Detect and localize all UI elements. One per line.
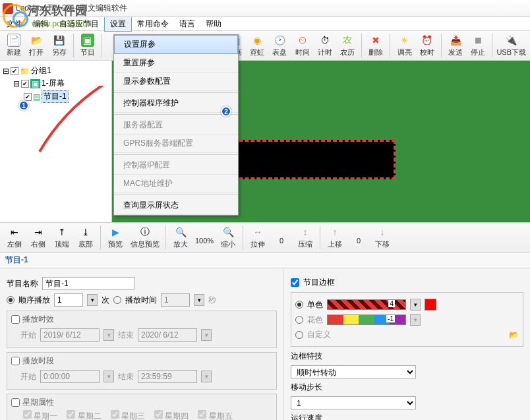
input-seq-count[interactable] [54,293,83,307]
lbl-sec: 秒 [208,295,216,306]
swatch-single[interactable] [327,299,406,310]
menu-bar: 文件 编辑 自适应节目 设置 常用命令 语言 帮助 [0,17,530,30]
lt-top[interactable]: ⤒顶端 [51,225,73,249]
mi-gprs-cfg[interactable]: GPRS服务器端配置 [114,135,238,153]
lt-compress[interactable]: ↕压缩 [295,225,316,249]
tb-proof[interactable]: ⏰校时 [417,34,437,57]
tree-group[interactable]: ⊟✔📁分组1 [3,65,109,77]
tree-panel: ⊟✔📁分组1 ⊟✔▣1-屏幕 ✔▤节目-1 1 [0,61,112,222]
tb-program[interactable]: ▣节目 [78,34,98,57]
color-picker[interactable] [425,299,436,311]
mi-query-status[interactable]: 查询显示屏状态 [114,196,238,215]
annotation-badge-2: 2 [221,106,231,117]
lt-up[interactable]: ↑上移 [324,225,345,249]
chk-border[interactable] [291,278,299,287]
lt-right[interactable]: ⇥右侧 [28,225,49,249]
tb-delete[interactable]: ✖删除 [366,34,386,57]
mi-show-param[interactable]: 显示参数配置 [114,73,238,91]
tree-screen[interactable]: ⊟✔▣1-屏幕 [3,77,109,90]
tb-stop[interactable]: ⏹停止 [468,34,488,57]
chk-play-period[interactable] [11,357,20,365]
section-title: 节目-1 [0,253,530,268]
settings-dropdown: 设置屏参 重置屏参 显示参数配置 控制器程序维护 服务器配置 GPRS服务器端配… [113,34,239,216]
input-time-start [40,370,100,383]
radio-seq-play[interactable] [7,296,15,304]
tree-program[interactable]: ✔▤节目-1 [3,90,109,104]
mi-mac-cfg[interactable]: MAC地址维护 [114,175,238,193]
tb-bright[interactable]: ☀调亮 [394,34,414,57]
properties-panel: 节目名称 顺序播放 ▾ 次 播放时间 ▾ 秒 播放时效 开始 ▾ 结束 ▾ 播放… [0,268,530,420]
radio-flower[interactable] [295,316,303,324]
mi-reset-screen[interactable]: 重置屏参 [114,54,238,73]
app-icon [3,3,13,14]
radio-custom[interactable] [295,331,303,339]
lt-pct: 100% [194,230,215,245]
lt-stretch[interactable]: ↔拉伸 [247,225,268,249]
tb-lunar[interactable]: 农农历 [338,34,357,57]
input-program-name[interactable] [42,277,134,290]
input-date-end [138,328,197,342]
tb-timer[interactable]: ⏱计时 [315,34,335,57]
lbl-program-name: 节目名称 [7,278,38,289]
tb-open[interactable]: 📂打开 [26,34,46,57]
main-toolbar: 📄新建 📂打开 💾另存 ▣节目 🎬动画 ◉霓虹 🕐表盘 ⏲时间 ⏱计时 农农历 … [0,30,530,61]
lbl-step: 移动步长 [291,382,322,393]
mi-set-screen[interactable]: 设置屏参 [114,35,238,54]
chk-week-attr[interactable] [11,398,20,407]
menu-settings[interactable]: 设置 [104,16,132,32]
lbl-play-time: 播放时间 [125,295,157,306]
lt-zero2: 0 [348,230,369,245]
menu-cmd[interactable]: 常用命令 [132,17,174,31]
select-step[interactable]: 1 [291,396,416,409]
lt-left[interactable]: ⇤左侧 [4,225,25,249]
tb-new[interactable]: 📄新建 [4,34,24,57]
menu-edit[interactable]: 编辑 [28,17,54,31]
radio-play-time[interactable] [113,296,121,304]
lbl-border: 节目边框 [303,277,335,288]
swatch-flower[interactable] [327,315,406,325]
tb-save[interactable]: 💾另存 [49,34,69,57]
menu-lang[interactable]: 语言 [174,17,200,31]
group-week-attr: 星期属性 星期一 星期二 星期三 星期四 星期五 星期六 星期日 [7,394,277,420]
lbl-speed: 运行速度 [291,413,322,420]
tb-send[interactable]: 📤发送 [446,34,465,57]
input-date-start [40,328,100,342]
lt-preview[interactable]: ▶预览 [105,225,126,249]
radio-single[interactable] [295,301,303,309]
mi-ip-cfg[interactable]: 控制器IP配置 [114,156,238,175]
open-file-icon[interactable]: 📂 [509,330,519,340]
chk-play-effect[interactable] [11,315,20,324]
mi-server-cfg[interactable]: 服务器配置 [114,116,238,135]
lower-toolbar: ⇤左侧 ⇥右侧 ⤒顶端 ⤓底部 ▶预览 ⓘ信息预览 🔍放大 100% 🔍缩小 ↔… [0,222,530,253]
chk-thu [154,410,163,419]
tb-neon[interactable]: ◉霓虹 [247,34,267,57]
lt-zero: 0 [271,230,292,245]
tb-usb[interactable]: 🔌USB下载 [496,34,526,57]
lbl-play-effect: 播放时效 [22,314,54,325]
lt-info[interactable]: ⓘ信息预览 [129,225,162,249]
lbl-week-attr: 星期属性 [22,397,54,408]
annotation-badge-1: 1 [18,100,29,111]
chk-wed [111,410,119,419]
lbl-seq-play: 顺序播放 [18,295,50,306]
chk-tue [67,410,75,419]
input-play-time [161,293,190,307]
menu-help[interactable]: 帮助 [200,17,227,31]
input-time-end [138,370,197,383]
menu-auto[interactable]: 自适应节目 [54,17,104,31]
tb-time[interactable]: ⏲时间 [292,34,312,57]
select-effect[interactable]: 顺时针转动 [291,365,416,378]
title-bar: LedshowTW 2014图文编辑软件 [0,0,530,17]
lt-zoomin[interactable]: 🔍放大 [170,225,191,249]
lt-down[interactable]: ↓下移 [372,225,393,249]
tb-dial[interactable]: 🕐表盘 [270,34,289,57]
lbl-effect: 边框特技 [291,351,322,362]
group-play-effect: 播放时效 开始 ▾ 结束 ▾ [7,311,277,348]
lt-zoomout[interactable]: 🔍缩小 [218,225,239,249]
app-title: LedshowTW 2014图文编辑软件 [16,3,127,14]
mi-ctrl-maint[interactable]: 控制器程序维护 [114,94,238,113]
lt-bottom[interactable]: ⤓底部 [75,225,96,249]
menu-file[interactable]: 文件 [1,17,28,31]
chk-fri [198,410,206,419]
lbl-play-period: 播放时段 [22,355,54,367]
